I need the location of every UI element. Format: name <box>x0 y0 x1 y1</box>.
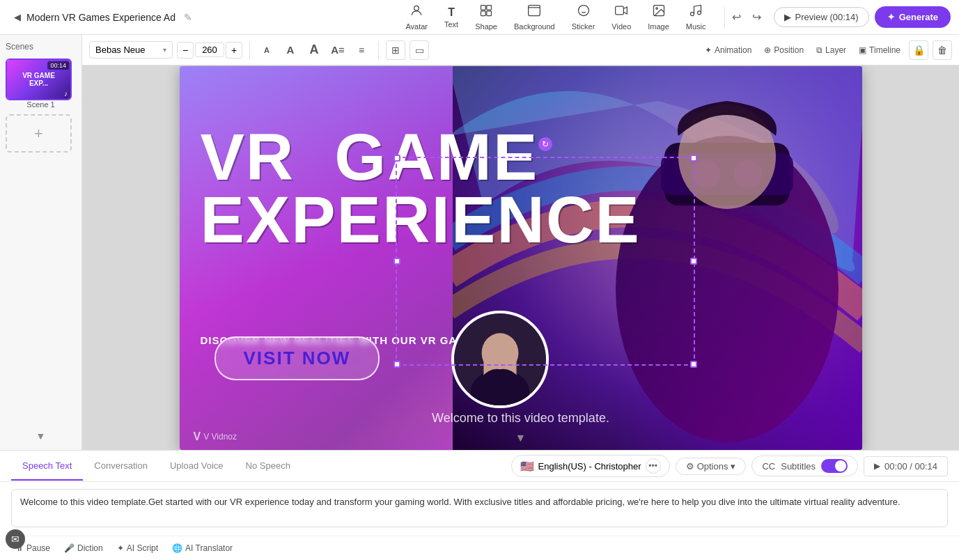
lang-options-btn[interactable]: ••• <box>646 458 661 474</box>
font-larger-btn[interactable]: A <box>304 40 324 60</box>
timeline-btn[interactable]: ▣ Timeline <box>855 42 905 58</box>
scene-1-thumb[interactable]: VR GAMEEXP... 00:14 ♪ <box>6 59 72 100</box>
scenes-panel: Scenes VR GAMEEXP... 00:14 ♪ Scene 1 + ▼ <box>0 35 82 450</box>
svg-rect-5 <box>529 6 540 16</box>
tool-shape[interactable]: Shape <box>468 1 504 33</box>
toolbar-tools: Avatar T Text Shape Background Sticker <box>398 1 712 33</box>
delete-button[interactable]: 🗑 <box>933 40 952 60</box>
scene-duration: 00:14 <box>47 61 69 70</box>
scenes-title: Scenes <box>6 40 76 53</box>
position-label: Position <box>774 45 804 55</box>
preview-label: Preview (00:14) <box>795 12 859 22</box>
project-title: Modern VR Games Experience Ad <box>26 12 176 23</box>
tab-no-speech[interactable]: No Speech <box>235 452 302 481</box>
tool-avatar[interactable]: Avatar <box>398 1 435 33</box>
tool-video[interactable]: Video <box>605 1 638 33</box>
canvas-welcome-text: Welcome to this video template. <box>432 411 609 426</box>
canvas-cta-button[interactable]: VISIT NOW <box>215 336 380 380</box>
avatar-icon <box>410 3 423 21</box>
undo-button[interactable]: ↩ <box>728 8 745 26</box>
scroll-down-arrow[interactable]: ▼ <box>515 432 527 444</box>
ai-script-button[interactable]: ✦ AI Script <box>113 540 162 556</box>
preview-play-icon: ▶ <box>784 12 791 22</box>
tool-music-label: Music <box>686 22 706 31</box>
svg-point-9 <box>655 8 657 9</box>
ai-script-label: AI Script <box>127 543 158 553</box>
add-scene-button[interactable]: + <box>6 114 72 153</box>
tab-upload-voice[interactable]: Upload Voice <box>159 452 235 481</box>
subtitles-toggle[interactable] <box>821 459 848 473</box>
language-selector[interactable]: 🇺🇸 English(US) - Christopher ••• <box>511 455 670 477</box>
vidnoz-v-icon: V <box>194 430 201 443</box>
edit-title-button[interactable]: ✎ <box>180 10 196 24</box>
tab-conversation[interactable]: Conversation <box>83 452 159 481</box>
font-selector[interactable]: Bebas Neue ▾ <box>89 41 173 59</box>
canvas[interactable]: VR GAME EXPERIENCE DISCOVER NEW REALITIE… <box>180 66 862 450</box>
svg-point-11 <box>698 11 701 15</box>
tool-sticker[interactable]: Sticker <box>565 1 602 33</box>
main-area: Scenes VR GAMEEXP... 00:14 ♪ Scene 1 + ▼… <box>0 35 959 450</box>
canvas-text-line2: EXPERIENCE <box>201 188 641 251</box>
aspect-ratio-btn[interactable]: ▭ <box>410 40 429 60</box>
options-button[interactable]: ⚙ Options ▾ <box>676 458 747 475</box>
shape-icon <box>479 3 493 21</box>
preview-button[interactable]: ▶ Preview (00:14) <box>774 7 869 27</box>
sticker-icon <box>577 3 591 21</box>
text-align-btn[interactable]: ≡ <box>352 40 371 60</box>
svg-point-6 <box>578 6 588 16</box>
svg-rect-3 <box>481 11 486 16</box>
tool-avatar-label: Avatar <box>405 22 428 31</box>
canvas-main-text: VR GAME EXPERIENCE <box>201 125 641 251</box>
redo-button[interactable]: ↪ <box>748 8 765 26</box>
tool-text[interactable]: T Text <box>437 3 465 31</box>
inbox-icon-button[interactable]: ✉ <box>6 529 25 549</box>
back-button[interactable]: ◀ <box>8 9 26 25</box>
flag-icon: 🇺🇸 <box>520 460 534 473</box>
vidnoz-label: V Vidnoz <box>203 432 237 442</box>
tool-music[interactable]: Music <box>679 1 713 33</box>
canvas-watermark: V V Vidnoz <box>194 430 237 443</box>
layer-btn[interactable]: ⧉ Layer <box>812 42 850 58</box>
canvas-avatar-circle <box>451 311 549 408</box>
play-control[interactable]: ▶ 00:00 / 00:14 <box>864 456 948 476</box>
scene-music-indicator: ♪ <box>64 90 68 98</box>
lock-icon: 🔒 <box>913 45 925 56</box>
animation-btn[interactable]: ✦ Animation <box>701 42 756 58</box>
play-icon: ▶ <box>874 461 880 471</box>
tool-background[interactable]: Background <box>507 1 562 33</box>
undo-redo-group: ↩ ↪ <box>728 8 765 26</box>
font-size-increase[interactable]: + <box>226 42 242 59</box>
generate-icon: ✦ <box>887 12 895 22</box>
ai-translator-button[interactable]: 🌐 AI Translator <box>168 540 237 556</box>
ai-translator-label: AI Translator <box>185 543 233 553</box>
trash-icon: 🗑 <box>937 45 947 56</box>
speech-textarea[interactable]: Welcome to this video template.Get start… <box>11 489 948 527</box>
animation-label: Animation <box>715 45 751 55</box>
font-style-btn[interactable]: A≡ <box>328 40 348 60</box>
options-label: Options <box>697 461 728 472</box>
layer-icon: ⧉ <box>816 45 822 55</box>
font-default-btn[interactable]: A <box>281 40 300 60</box>
collapse-scenes-button[interactable]: ▼ <box>6 428 76 444</box>
generate-button[interactable]: ✦ Generate <box>875 6 951 28</box>
conversation-tab-label: Conversation <box>94 460 148 471</box>
grid-toggle-btn[interactable]: ⊞ <box>386 40 405 60</box>
diction-button[interactable]: 🎤 Diction <box>60 540 107 556</box>
tool-image-label: Image <box>648 22 669 31</box>
pause-label: Pause <box>26 543 50 553</box>
ai-translator-icon: 🌐 <box>172 543 182 553</box>
bottom-action-bar: ⏸ Pause 🎤 Diction ✦ AI Script 🌐 AI Trans… <box>0 536 959 560</box>
back-icon: ◀ <box>14 12 21 22</box>
bottom-panel: Speech Text Conversation Upload Voice No… <box>0 450 959 560</box>
font-size-decrease[interactable]: − <box>177 42 194 59</box>
subtitles-label: Subtitles <box>781 461 816 472</box>
tab-speech-text[interactable]: Speech Text <box>11 452 83 481</box>
tool-image[interactable]: Image <box>641 1 676 33</box>
position-btn[interactable]: ⊕ Position <box>760 42 808 58</box>
svg-point-0 <box>414 6 419 10</box>
image-icon <box>652 3 666 21</box>
font-size-input[interactable] <box>195 42 224 57</box>
diction-mic-icon: 🎤 <box>64 543 75 553</box>
font-smaller-btn[interactable]: A <box>257 40 276 60</box>
lock-button[interactable]: 🔒 <box>909 40 928 60</box>
